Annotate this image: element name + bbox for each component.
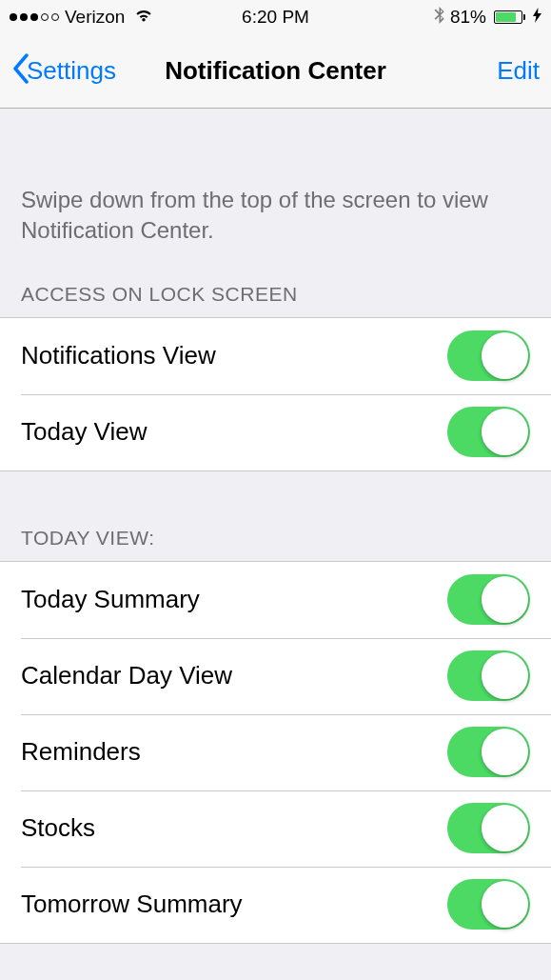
- toggle-calendar-day-view[interactable]: [447, 650, 530, 701]
- cell-label: Calendar Day View: [21, 661, 232, 690]
- back-label: Settings: [27, 56, 116, 86]
- cell-label: Today View: [21, 417, 148, 447]
- toggle-stocks[interactable]: [447, 803, 530, 853]
- cell-today-summary: Today Summary: [0, 562, 551, 638]
- status-bar: Verizon 6:20 PM 81%: [0, 0, 551, 33]
- bluetooth-icon: [434, 6, 444, 29]
- toggle-today-summary[interactable]: [447, 574, 530, 625]
- cell-label: Today Summary: [21, 585, 200, 614]
- cell-today-view: Today View: [0, 394, 551, 470]
- edit-button[interactable]: Edit: [497, 56, 540, 86]
- cell-label: Tomorrow Summary: [21, 890, 243, 919]
- status-left: Verizon: [10, 7, 153, 28]
- status-right: 81%: [434, 6, 541, 29]
- section-header-today: TODAY VIEW:: [0, 471, 551, 561]
- cell-notifications-view: Notifications View: [0, 318, 551, 394]
- cell-calendar-day-view: Calendar Day View: [0, 638, 551, 714]
- cell-group-today: Today Summary Calendar Day View Reminder…: [0, 561, 551, 944]
- page-title: Notification Center: [165, 56, 386, 86]
- cell-group-lock: Notifications View Today View: [0, 317, 551, 471]
- status-time: 6:20 PM: [242, 7, 309, 28]
- cell-label: Reminders: [21, 737, 141, 767]
- charging-icon: [533, 8, 541, 26]
- back-button[interactable]: Settings: [11, 51, 116, 90]
- nav-bar: Settings Notification Center Edit: [0, 33, 551, 109]
- battery-percentage: 81%: [450, 7, 486, 28]
- wifi-icon: [134, 7, 153, 28]
- cell-label: Stocks: [21, 813, 95, 843]
- cell-label: Notifications View: [21, 341, 216, 370]
- toggle-today-view[interactable]: [447, 407, 530, 457]
- cell-stocks: Stocks: [0, 790, 551, 867]
- signal-strength-icon: [10, 13, 59, 21]
- cell-reminders: Reminders: [0, 714, 551, 790]
- battery-icon: [492, 10, 525, 24]
- section-header-lock: ACCESS ON LOCK SCREEN: [0, 273, 551, 317]
- toggle-notifications-view[interactable]: [447, 330, 530, 381]
- cell-tomorrow-summary: Tomorrow Summary: [0, 867, 551, 943]
- toggle-reminders[interactable]: [447, 727, 530, 777]
- carrier-label: Verizon: [65, 7, 125, 28]
- section-description: Swipe down from the top of the screen to…: [0, 109, 551, 273]
- toggle-tomorrow-summary[interactable]: [447, 879, 530, 930]
